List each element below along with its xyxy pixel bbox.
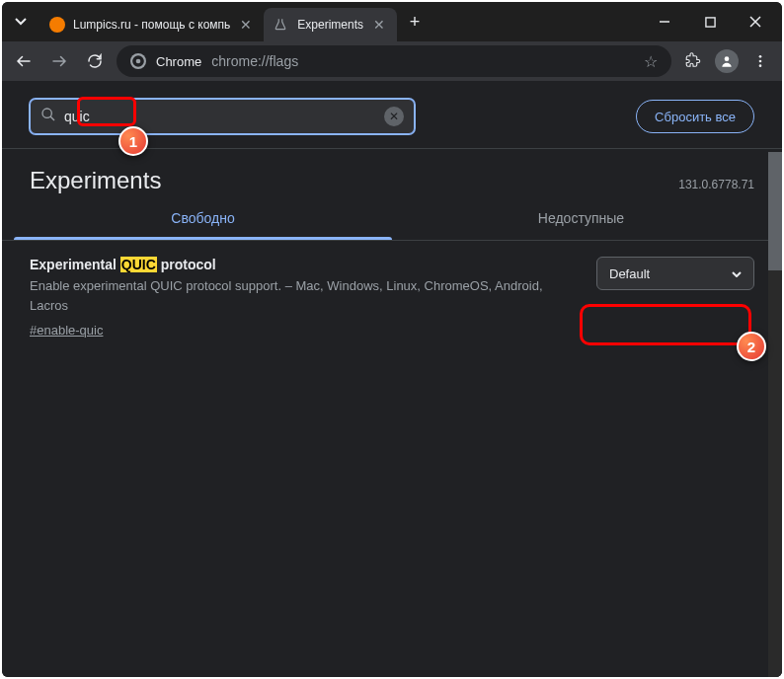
tab-unavailable[interactable]: Недоступные xyxy=(392,196,770,240)
maximize-button[interactable] xyxy=(687,2,733,41)
search-icon xyxy=(40,107,56,126)
reload-button[interactable] xyxy=(81,47,109,75)
select-value: Default xyxy=(609,266,650,281)
annotation-badge-2: 2 xyxy=(737,332,766,361)
window-controls xyxy=(642,2,778,41)
svg-rect-1 xyxy=(705,17,714,26)
scrollbar[interactable] xyxy=(768,152,782,677)
flag-item: Experimental QUIC protocol Enable experi… xyxy=(2,240,782,354)
svg-point-3 xyxy=(136,59,141,64)
browser-window: Lumpics.ru - помощь с компь ✕ Experiment… xyxy=(2,2,782,677)
annotation-badge-1: 1 xyxy=(118,126,148,156)
search-input[interactable] xyxy=(64,109,376,124)
forward-button[interactable] xyxy=(45,47,73,75)
svg-point-5 xyxy=(759,55,762,58)
profile-button[interactable] xyxy=(715,49,739,73)
page-header: Experiments 131.0.6778.71 xyxy=(2,149,782,196)
svg-line-9 xyxy=(50,116,54,120)
scrollbar-thumb[interactable] xyxy=(768,152,782,270)
flags-search-box[interactable]: ✕ xyxy=(30,99,415,134)
flask-icon xyxy=(274,17,289,33)
extensions-button[interactable] xyxy=(679,47,707,75)
close-tab-icon[interactable]: ✕ xyxy=(371,17,387,33)
browser-tab-1[interactable]: Lumpics.ru - помощь с компь ✕ xyxy=(39,8,264,41)
close-window-button[interactable] xyxy=(733,2,778,41)
chevron-down-icon xyxy=(732,267,742,279)
browser-toolbar: Chrome chrome://flags ☆ xyxy=(2,41,782,81)
flags-tabs: Свободно Недоступные xyxy=(2,196,782,240)
minimize-button[interactable] xyxy=(642,2,687,41)
menu-button[interactable] xyxy=(746,47,774,75)
svg-point-7 xyxy=(759,64,762,67)
chrome-icon xyxy=(130,53,146,69)
tab-available[interactable]: Свободно xyxy=(14,196,392,240)
flag-link[interactable]: #enable-quic xyxy=(30,323,103,338)
svg-point-6 xyxy=(759,60,762,63)
tab-title: Lumpics.ru - помощь с компь xyxy=(73,18,230,32)
svg-point-4 xyxy=(725,56,730,61)
clear-search-icon[interactable]: ✕ xyxy=(384,107,404,126)
favicon-icon xyxy=(49,17,65,33)
title-bar: Lumpics.ru - помощь с компь ✕ Experiment… xyxy=(2,2,782,41)
bookmark-icon[interactable]: ☆ xyxy=(644,52,658,71)
new-tab-button[interactable]: + xyxy=(401,8,429,36)
back-button[interactable] xyxy=(10,47,38,75)
page-title: Experiments xyxy=(30,167,161,194)
tab-title: Experiments xyxy=(297,18,363,32)
url-scheme-label: Chrome xyxy=(156,54,201,69)
browser-tab-2[interactable]: Experiments ✕ xyxy=(264,8,397,41)
url-text: chrome://flags xyxy=(211,53,298,69)
flag-description: Enable experimental QUIC protocol suppor… xyxy=(30,276,577,315)
close-tab-icon[interactable]: ✕ xyxy=(238,17,254,33)
reset-all-button[interactable]: Сбросить все xyxy=(636,100,754,133)
address-actions: ☆ xyxy=(644,52,658,71)
chrome-version: 131.0.6778.71 xyxy=(678,178,754,191)
flag-select[interactable]: Default xyxy=(596,257,754,290)
tab-search-dropdown[interactable] xyxy=(6,7,36,37)
svg-point-8 xyxy=(42,109,51,117)
flag-title: Experimental QUIC protocol xyxy=(30,257,577,272)
flag-text-block: Experimental QUIC protocol Enable experi… xyxy=(30,257,577,339)
page-content: ✕ Сбросить все Experiments 131.0.6778.71… xyxy=(2,81,782,677)
address-bar[interactable]: Chrome chrome://flags ☆ xyxy=(117,45,671,77)
